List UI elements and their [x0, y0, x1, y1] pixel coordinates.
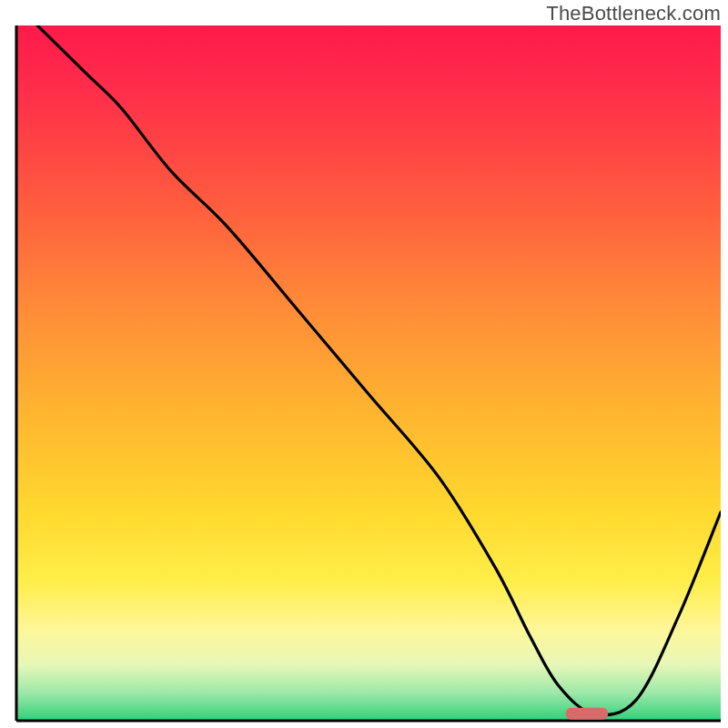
gradient-background [16, 25, 721, 721]
bottleneck-chart [0, 0, 728, 728]
chart-container: TheBottleneck.com [0, 0, 728, 728]
recommended-range-marker [566, 708, 608, 720]
watermark-label: TheBottleneck.com [546, 2, 721, 25]
